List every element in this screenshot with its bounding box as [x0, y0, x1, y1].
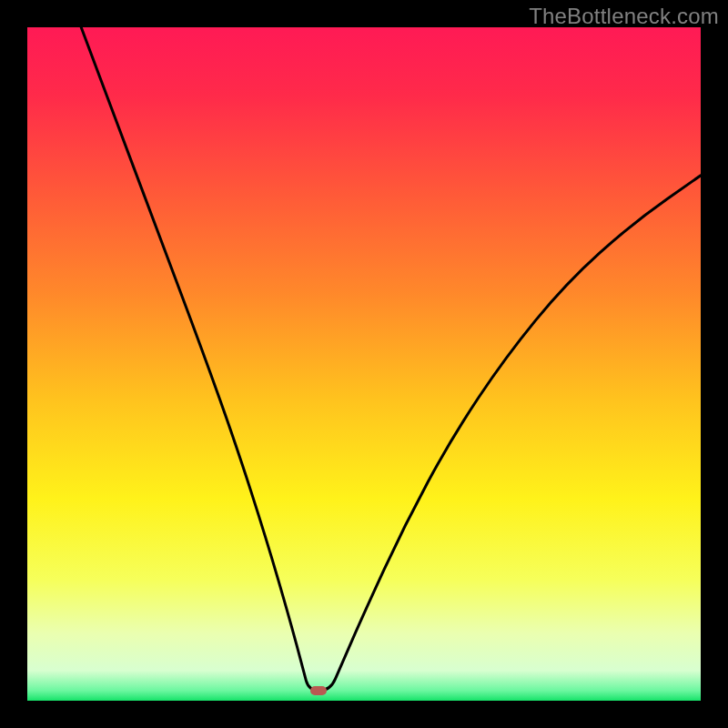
optimum-marker: [310, 686, 327, 695]
plot-area: [27, 27, 701, 701]
watermark-text: TheBottleneck.com: [529, 4, 719, 29]
svg-rect-0: [27, 27, 701, 701]
outer-frame: TheBottleneck.com: [0, 0, 728, 728]
background-gradient: [27, 27, 701, 701]
